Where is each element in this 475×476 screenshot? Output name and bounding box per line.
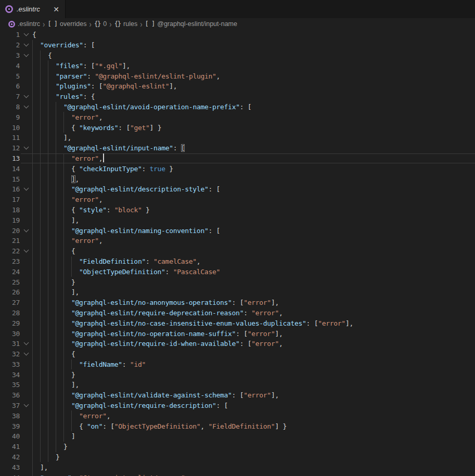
fold-margin[interactable] (20, 405, 32, 406)
code-line-row[interactable]: 20"@graphql-eslint/naming-convention": [ (0, 225, 475, 236)
fold-margin[interactable] (20, 55, 32, 56)
chevron-down-icon[interactable] (23, 42, 29, 47)
line-number[interactable]: 17 (0, 196, 20, 203)
code-line-row[interactable]: 9"error", (0, 112, 475, 122)
code-line[interactable]: "@graphql-eslint/require-id-when-availab… (32, 339, 475, 349)
code-line-row[interactable]: 19], (0, 215, 475, 225)
code-line[interactable]: "@graphql-eslint/input-name": [ (32, 143, 475, 153)
breadcrumb-item-overrides[interactable]: [ ]overrides (47, 20, 86, 28)
code-line[interactable]: } (32, 277, 475, 287)
code-line[interactable]: "parser": "@typescript-eslint/parser", (32, 472, 475, 476)
code-line[interactable]: "error", (32, 236, 475, 246)
fold-margin[interactable] (20, 96, 32, 97)
code-line-row[interactable]: 34} (0, 369, 475, 380)
code-line-row[interactable]: 5"parser": "@graphql-eslint/eslint-plugi… (0, 71, 475, 81)
code-line[interactable]: { (32, 50, 475, 61)
line-number[interactable]: 3 (0, 52, 20, 59)
code-line-row[interactable]: 21"error", (0, 236, 475, 246)
line-number[interactable]: 37 (0, 402, 20, 409)
code-line[interactable]: "@graphql-eslint/no-case-insensitive-enu… (32, 318, 475, 328)
code-line-row[interactable]: 4"files": ["*.gql"], (0, 60, 475, 71)
code-line-row[interactable]: 11], (0, 133, 475, 143)
code-line[interactable]: "@graphql-eslint/avoid-operation-name-pr… (32, 102, 475, 112)
code-line[interactable]: { "checkInputType": true } (32, 163, 475, 174)
line-number[interactable]: 26 (0, 288, 20, 296)
code-line-row[interactable]: 40] (0, 431, 475, 442)
chevron-down-icon[interactable] (23, 402, 29, 407)
code-line-row[interactable]: 1{ (0, 30, 475, 40)
code-line-row[interactable]: 31"@graphql-eslint/require-id-when-avail… (0, 339, 475, 349)
code-line[interactable]: { (32, 30, 475, 40)
code-line-row[interactable]: 44"parser": "@typescript-eslint/parser", (0, 472, 475, 476)
code-line[interactable]: "fieldName": "id" (32, 359, 475, 370)
code-line-row[interactable]: 12"@graphql-eslint/input-name": [ (0, 143, 475, 153)
chevron-down-icon[interactable] (23, 248, 29, 253)
code-line[interactable]: "rules": { (32, 92, 475, 102)
code-line[interactable]: { (32, 349, 475, 359)
chevron-down-icon[interactable] (23, 351, 29, 356)
code-line[interactable]: } (32, 452, 475, 462)
code-line[interactable]: { "style": "block" } (32, 205, 475, 215)
fold-margin[interactable] (20, 106, 32, 108)
code-line-row[interactable]: 43], (0, 462, 475, 472)
code-line[interactable]: ], (32, 174, 475, 184)
code-line-row[interactable]: 30"@graphql-eslint/no-operation-name-suf… (0, 328, 475, 339)
code-line-row[interactable]: 18{ "style": "block" } (0, 205, 475, 215)
code-line-row[interactable]: 38"error", (0, 410, 475, 421)
code-line[interactable]: "@graphql-eslint/require-deprecation-rea… (32, 308, 475, 318)
line-number[interactable]: 10 (0, 124, 20, 132)
fold-margin[interactable] (20, 34, 32, 35)
editor[interactable]: 1{2"overrides": [3{4"files": ["*.gql"],5… (0, 30, 475, 476)
code-line-row[interactable]: 25} (0, 277, 475, 287)
code-line[interactable]: ], (32, 287, 475, 298)
line-number[interactable]: 13 (0, 155, 20, 162)
code-line[interactable]: } (32, 442, 475, 452)
code-line-row[interactable]: 15], (0, 174, 475, 184)
line-number[interactable]: 15 (0, 175, 20, 183)
code-line[interactable]: ], (32, 380, 475, 390)
code-line[interactable]: ], (32, 462, 475, 472)
code-line-row[interactable]: 27"@graphql-eslint/no-anonymous-operatio… (0, 298, 475, 308)
line-number[interactable]: 11 (0, 134, 20, 141)
code-line[interactable]: "error", (32, 153, 475, 164)
line-number[interactable]: 27 (0, 299, 20, 306)
fold-margin[interactable] (20, 188, 32, 190)
code-line-row[interactable]: 37"@graphql-eslint/require-description":… (0, 401, 475, 411)
breadcrumb-item-0[interactable]: {}0 (94, 20, 107, 28)
code-line[interactable]: "overrides": [ (32, 40, 475, 50)
line-number[interactable]: 36 (0, 391, 20, 399)
code-line[interactable]: { "on": ["ObjectTypeDefinition", "FieldD… (32, 421, 475, 431)
line-number[interactable]: 41 (0, 443, 20, 451)
code-line-row[interactable]: 10{ "keywords": ["get"] } (0, 122, 475, 133)
code-line[interactable]: "@graphql-eslint/no-anonymous-operations… (32, 298, 475, 308)
code-line-row[interactable]: 7"rules": { (0, 92, 475, 102)
code-line-row[interactable]: 24"ObjectTypeDefinition": "PascalCase" (0, 266, 475, 277)
code-line[interactable]: "error", (32, 410, 475, 421)
line-number[interactable]: 2 (0, 41, 20, 49)
code-line-row[interactable]: 13"error", (0, 153, 475, 164)
fold-margin[interactable] (20, 44, 32, 46)
line-number[interactable]: 28 (0, 309, 20, 317)
close-icon[interactable]: ✕ (52, 5, 61, 14)
line-number[interactable]: 33 (0, 361, 20, 368)
line-number[interactable]: 31 (0, 340, 20, 348)
code-line-row[interactable]: 28"@graphql-eslint/require-deprecation-r… (0, 308, 475, 318)
breadcrumb-item-rules[interactable]: {}rules (114, 20, 138, 28)
line-number[interactable]: 32 (0, 350, 20, 358)
code-line-row[interactable]: 42} (0, 452, 475, 462)
line-number[interactable]: 40 (0, 432, 20, 440)
fold-margin[interactable] (20, 147, 32, 149)
line-number[interactable]: 30 (0, 330, 20, 338)
line-number[interactable]: 14 (0, 165, 20, 173)
breadcrumb-item--eslintrc[interactable]: .eslintrc (8, 20, 40, 28)
line-number[interactable]: 9 (0, 113, 20, 121)
code-line-row[interactable]: 6"plugins": ["@graphql-eslint"], (0, 81, 475, 92)
code-line[interactable]: "@graphql-eslint/no-operation-name-suffi… (32, 328, 475, 339)
line-number[interactable]: 6 (0, 82, 20, 90)
line-number[interactable]: 22 (0, 247, 20, 255)
chevron-down-icon[interactable] (23, 31, 29, 36)
code-line[interactable]: "FieldDefinition": "camelCase", (32, 256, 475, 267)
code-line-row[interactable]: 39{ "on": ["ObjectTypeDefinition", "Fiel… (0, 421, 475, 431)
line-number[interactable]: 43 (0, 464, 20, 471)
code-line[interactable]: "@graphql-eslint/description-style": [ (32, 184, 475, 195)
